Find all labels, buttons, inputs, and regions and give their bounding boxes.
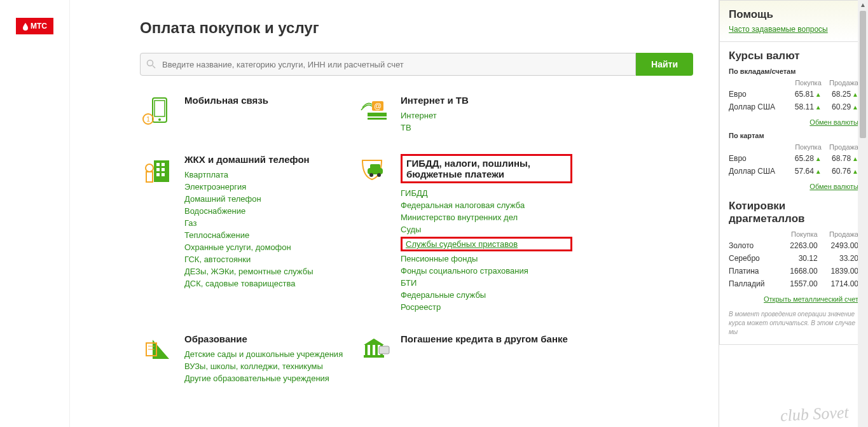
link-kinder[interactable]: Детские сады и дошкольные учреждения xyxy=(184,349,356,359)
link-pristavy[interactable]: Службы судебных приставов xyxy=(401,237,572,251)
cat-internet: @ Интернет и ТВ Интернет ТВ xyxy=(356,95,572,135)
svg-rect-30 xyxy=(364,355,384,358)
svg-rect-7 xyxy=(368,113,387,116)
link-fns[interactable]: Федеральная налоговая служба xyxy=(401,200,572,210)
link-tv[interactable]: ТВ xyxy=(401,123,572,132)
th-sell: Продажа xyxy=(822,142,858,152)
th-buy: Покупка xyxy=(779,229,818,239)
page-scrollbar[interactable]: ▲ xyxy=(858,0,868,427)
search-input[interactable] xyxy=(140,53,636,76)
rate-row: Доллар США57.64▲60.76▲ xyxy=(729,165,858,178)
link-water[interactable]: Водоснабжение xyxy=(184,206,356,216)
arrow-up-icon: ▲ xyxy=(815,168,822,175)
faq-link[interactable]: Часто задаваемые вопросы xyxy=(729,25,858,34)
cat-gibdd: ГИБДД, налоги, пошлины, бюджетные платеж… xyxy=(356,154,572,314)
svg-rect-27 xyxy=(370,345,373,355)
arrow-up-icon: ▲ xyxy=(815,104,822,111)
search-box xyxy=(140,53,636,76)
svg-rect-31 xyxy=(379,346,389,354)
home-icon xyxy=(140,154,178,186)
rate-row: Евро65.28▲68.78▲ xyxy=(729,152,858,165)
link-bti[interactable]: БТИ xyxy=(401,278,572,288)
metal-row: Платина1668.001839.00 xyxy=(729,265,858,277)
metal-account-link[interactable]: Открыть металлический счет xyxy=(764,295,858,303)
link-dez[interactable]: ДЕЗы, ЖЭКи, ремонтные службы xyxy=(184,267,356,276)
metals-title: Котировки драгметаллов xyxy=(729,200,858,225)
svg-rect-28 xyxy=(375,345,378,355)
svg-rect-8 xyxy=(368,118,387,120)
link-internet[interactable]: Интернет xyxy=(401,111,572,120)
scrollbar-thumb[interactable] xyxy=(860,11,866,138)
svg-rect-14 xyxy=(156,168,160,171)
cat-credit: Погашение кредита в другом банке xyxy=(356,333,572,386)
link-mvd[interactable]: Министерство внутренних дел xyxy=(401,213,572,222)
link-pension[interactable]: Пенсионные фонды xyxy=(401,254,572,263)
cat-edu: Образование Детские сады и дошкольные уч… xyxy=(140,333,356,386)
svg-rect-13 xyxy=(162,163,165,166)
cat-edu-title[interactable]: Образование xyxy=(184,333,356,344)
page-title: Оплата покупок и услуг xyxy=(140,19,693,37)
svg-rect-22 xyxy=(370,164,380,169)
th-buy: Покупка xyxy=(788,142,822,152)
help-block: Помощь Часто задаваемые вопросы xyxy=(719,0,868,42)
link-socstrah[interactable]: Фонды социального страхования xyxy=(401,266,572,276)
rates-title: Курсы валют xyxy=(729,50,858,62)
scroll-up-icon[interactable]: ▲ xyxy=(858,0,868,10)
svg-point-21 xyxy=(377,173,381,177)
rates-sub-cards: По картам xyxy=(729,132,858,139)
svg-point-0 xyxy=(148,60,153,66)
edu-icon xyxy=(140,333,178,365)
rate-row: Евро65.81▲68.25▲ xyxy=(729,88,858,101)
svg-text:1: 1 xyxy=(146,116,150,123)
svg-rect-17 xyxy=(162,173,165,176)
link-gas[interactable]: Газ xyxy=(184,218,356,228)
rates-sub-deposits: По вкладам/счетам xyxy=(729,67,858,75)
arrow-up-icon: ▲ xyxy=(815,155,822,162)
mts-logo[interactable]: МТС xyxy=(16,18,53,34)
link-gsk[interactable]: ГСК, автостоянки xyxy=(184,255,356,264)
search-row: Найти xyxy=(140,53,693,76)
link-kvartplata[interactable]: Квартплата xyxy=(184,170,356,179)
categories-grid: 1 Мобильная связь @ Интернет и ТВ Интерн… xyxy=(140,95,693,405)
link-rosreestr[interactable]: Росреестр xyxy=(401,302,572,312)
metal-row: Серебро30.1233.20 xyxy=(729,252,858,265)
mts-label: МТС xyxy=(31,22,47,31)
cat-zhkh: ЖКХ и домашний телефон Квартплата Электр… xyxy=(140,154,356,314)
cat-zhkh-title[interactable]: ЖКХ и домашний телефон xyxy=(184,154,356,165)
rates-block: Курсы валют По вкладам/счетам ПокупкаПро… xyxy=(719,42,868,345)
link-vuz[interactable]: ВУЗы, школы, колледжи, техникумы xyxy=(184,361,356,371)
rates-cards-table: ПокупкаПродажа Евро65.28▲68.78▲ Доллар С… xyxy=(729,142,858,178)
cat-internet-title[interactable]: Интернет и ТВ xyxy=(401,95,572,106)
metals-table: ПокупкаПродажа Золото2263.002493.00 Сере… xyxy=(729,229,858,290)
svg-point-4 xyxy=(158,118,161,121)
link-sudy[interactable]: Суды xyxy=(401,225,572,234)
link-security[interactable]: Охранные услуги, домофон xyxy=(184,242,356,252)
mts-drop-icon xyxy=(22,23,29,31)
cat-credit-title[interactable]: Погашение кредита в другом банке xyxy=(401,333,572,344)
metal-row: Палладий1557.001714.00 xyxy=(729,277,858,290)
exchange-link[interactable]: Обмен валюты xyxy=(809,118,858,126)
search-button[interactable]: Найти xyxy=(636,53,693,76)
th-buy: Покупка xyxy=(788,78,822,88)
search-icon xyxy=(146,59,156,71)
link-other-edu[interactable]: Другие образовательные учреждения xyxy=(184,374,356,383)
metal-row: Золото2263.002493.00 xyxy=(729,239,858,252)
link-gibdd[interactable]: ГИБДД xyxy=(401,188,572,198)
link-homephone[interactable]: Домашний телефон xyxy=(184,194,356,204)
exchange-link-2[interactable]: Обмен валюты xyxy=(809,183,858,190)
svg-line-1 xyxy=(153,66,155,68)
link-electro[interactable]: Электроэнергия xyxy=(184,182,356,192)
svg-point-20 xyxy=(369,173,373,177)
svg-rect-3 xyxy=(155,101,165,116)
svg-rect-16 xyxy=(156,173,160,176)
svg-rect-12 xyxy=(156,163,160,166)
link-dsk[interactable]: ДСК, садовые товарищества xyxy=(184,279,356,288)
svg-rect-15 xyxy=(162,168,165,171)
cat-mobile-title[interactable]: Мобильная связь xyxy=(184,95,356,106)
link-fedserv[interactable]: Федеральные службы xyxy=(401,290,572,300)
left-sidebar: МТС xyxy=(0,0,70,427)
svg-point-18 xyxy=(146,164,153,172)
cat-gibdd-title[interactable]: ГИБДД, налоги, пошлины, бюджетные платеж… xyxy=(401,154,572,183)
main-content: Оплата покупок и услуг Найти 1 Мобильная… xyxy=(70,0,719,427)
link-heat[interactable]: Теплоснабжение xyxy=(184,230,356,240)
